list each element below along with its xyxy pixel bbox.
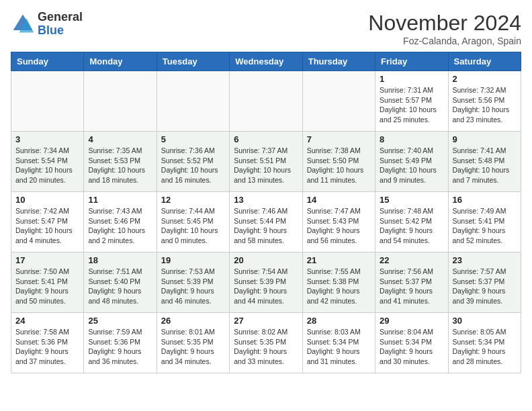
day-info: Sunrise: 7:56 AM Sunset: 5:37 PM Dayligh… <box>380 267 443 306</box>
calendar-cell: 17Sunrise: 7:50 AM Sunset: 5:41 PM Dayli… <box>11 253 84 313</box>
day-info: Sunrise: 7:40 AM Sunset: 5:49 PM Dayligh… <box>380 146 443 185</box>
day-info: Sunrise: 7:41 AM Sunset: 5:48 PM Dayligh… <box>453 146 517 185</box>
day-number: 6 <box>234 134 298 144</box>
day-number: 14 <box>307 195 371 205</box>
day-info: Sunrise: 8:02 AM Sunset: 5:35 PM Dayligh… <box>234 327 298 367</box>
calendar-cell: 16Sunrise: 7:49 AM Sunset: 5:41 PM Dayli… <box>448 192 521 253</box>
calendar-cell: 2Sunrise: 7:32 AM Sunset: 5:56 PM Daylig… <box>448 71 521 132</box>
calendar-cell: 18Sunrise: 7:51 AM Sunset: 5:40 PM Dayli… <box>84 253 157 313</box>
day-number: 29 <box>380 316 443 326</box>
day-number: 27 <box>234 316 298 326</box>
calendar-cell: 19Sunrise: 7:53 AM Sunset: 5:39 PM Dayli… <box>157 253 229 313</box>
day-info: Sunrise: 7:46 AM Sunset: 5:44 PM Dayligh… <box>234 206 298 246</box>
calendar-cell: 26Sunrise: 8:01 AM Sunset: 5:35 PM Dayli… <box>157 313 229 373</box>
day-info: Sunrise: 7:59 AM Sunset: 5:36 PM Dayligh… <box>88 327 152 367</box>
column-header-friday: Friday <box>375 52 448 71</box>
day-number: 23 <box>453 255 517 265</box>
day-number: 11 <box>88 195 152 205</box>
day-number: 5 <box>161 134 225 144</box>
day-number: 22 <box>380 255 443 265</box>
day-info: Sunrise: 7:42 AM Sunset: 5:47 PM Dayligh… <box>15 206 79 246</box>
day-info: Sunrise: 8:01 AM Sunset: 5:35 PM Dayligh… <box>161 327 225 367</box>
calendar-cell: 1Sunrise: 7:31 AM Sunset: 5:57 PM Daylig… <box>375 71 448 132</box>
column-header-wednesday: Wednesday <box>230 52 302 71</box>
calendar-cell: 25Sunrise: 7:59 AM Sunset: 5:36 PM Dayli… <box>84 313 157 373</box>
calendar-cell <box>302 71 375 132</box>
column-header-saturday: Saturday <box>448 52 521 71</box>
logo-icon <box>11 12 35 36</box>
day-number: 9 <box>453 134 517 144</box>
day-number: 18 <box>88 255 152 265</box>
calendar-cell: 28Sunrise: 8:03 AM Sunset: 5:34 PM Dayli… <box>302 313 375 373</box>
day-number: 25 <box>88 316 152 326</box>
calendar-cell <box>84 71 157 132</box>
day-info: Sunrise: 7:37 AM Sunset: 5:51 PM Dayligh… <box>234 146 298 185</box>
calendar-cell: 8Sunrise: 7:40 AM Sunset: 5:49 PM Daylig… <box>375 132 448 192</box>
day-info: Sunrise: 7:58 AM Sunset: 5:36 PM Dayligh… <box>15 327 79 367</box>
calendar-cell: 30Sunrise: 8:05 AM Sunset: 5:34 PM Dayli… <box>448 313 521 373</box>
logo-general-text: General <box>38 10 83 24</box>
day-number: 16 <box>453 195 517 205</box>
day-number: 17 <box>15 255 79 265</box>
calendar-cell: 27Sunrise: 8:02 AM Sunset: 5:35 PM Dayli… <box>230 313 302 373</box>
page-header: General Blue November 2024 Foz-Calanda, … <box>11 11 521 46</box>
calendar-cell <box>157 71 229 132</box>
calendar-cell: 7Sunrise: 7:38 AM Sunset: 5:50 PM Daylig… <box>302 132 375 192</box>
day-info: Sunrise: 7:38 AM Sunset: 5:50 PM Dayligh… <box>307 146 371 185</box>
calendar-header-row: SundayMondayTuesdayWednesdayThursdayFrid… <box>11 52 521 71</box>
day-info: Sunrise: 7:43 AM Sunset: 5:46 PM Dayligh… <box>88 206 152 246</box>
logo: General Blue <box>11 11 83 38</box>
day-info: Sunrise: 7:55 AM Sunset: 5:38 PM Dayligh… <box>307 267 371 306</box>
calendar-cell: 6Sunrise: 7:37 AM Sunset: 5:51 PM Daylig… <box>230 132 302 192</box>
day-number: 12 <box>161 195 225 205</box>
title-block: November 2024 Foz-Calanda, Aragon, Spain <box>368 11 521 46</box>
calendar-table: SundayMondayTuesdayWednesdayThursdayFrid… <box>11 52 521 373</box>
calendar-cell: 12Sunrise: 7:44 AM Sunset: 5:45 PM Dayli… <box>157 192 229 253</box>
calendar-cell: 13Sunrise: 7:46 AM Sunset: 5:44 PM Dayli… <box>230 192 302 253</box>
day-info: Sunrise: 7:48 AM Sunset: 5:42 PM Dayligh… <box>380 206 443 246</box>
day-number: 3 <box>15 134 79 144</box>
calendar-cell <box>230 71 302 132</box>
day-number: 19 <box>161 255 225 265</box>
day-info: Sunrise: 7:32 AM Sunset: 5:56 PM Dayligh… <box>453 85 517 125</box>
column-header-monday: Monday <box>84 52 157 71</box>
column-header-thursday: Thursday <box>302 52 375 71</box>
calendar-cell: 11Sunrise: 7:43 AM Sunset: 5:46 PM Dayli… <box>84 192 157 253</box>
day-number: 28 <box>307 316 371 326</box>
day-number: 20 <box>234 255 298 265</box>
day-info: Sunrise: 7:49 AM Sunset: 5:41 PM Dayligh… <box>453 206 517 246</box>
day-number: 15 <box>380 195 443 205</box>
day-number: 26 <box>161 316 225 326</box>
day-info: Sunrise: 7:53 AM Sunset: 5:39 PM Dayligh… <box>161 267 225 306</box>
logo-blue-text: Blue <box>38 24 64 37</box>
day-info: Sunrise: 8:03 AM Sunset: 5:34 PM Dayligh… <box>307 327 371 367</box>
day-info: Sunrise: 8:04 AM Sunset: 5:34 PM Dayligh… <box>380 327 443 367</box>
day-number: 24 <box>15 316 79 326</box>
day-info: Sunrise: 7:36 AM Sunset: 5:52 PM Dayligh… <box>161 146 225 185</box>
day-info: Sunrise: 7:35 AM Sunset: 5:53 PM Dayligh… <box>88 146 152 185</box>
day-info: Sunrise: 7:31 AM Sunset: 5:57 PM Dayligh… <box>380 85 443 125</box>
day-info: Sunrise: 7:51 AM Sunset: 5:40 PM Dayligh… <box>88 267 152 306</box>
day-number: 30 <box>453 316 517 326</box>
calendar-cell: 24Sunrise: 7:58 AM Sunset: 5:36 PM Dayli… <box>11 313 84 373</box>
calendar-cell: 5Sunrise: 7:36 AM Sunset: 5:52 PM Daylig… <box>157 132 229 192</box>
day-number: 1 <box>380 74 443 84</box>
location-text: Foz-Calanda, Aragon, Spain <box>368 36 521 46</box>
calendar-week-row: 1Sunrise: 7:31 AM Sunset: 5:57 PM Daylig… <box>11 71 521 132</box>
day-number: 8 <box>380 134 443 144</box>
calendar-cell: 9Sunrise: 7:41 AM Sunset: 5:48 PM Daylig… <box>448 132 521 192</box>
calendar-cell: 22Sunrise: 7:56 AM Sunset: 5:37 PM Dayli… <box>375 253 448 313</box>
calendar-cell: 20Sunrise: 7:54 AM Sunset: 5:39 PM Dayli… <box>230 253 302 313</box>
calendar-cell: 21Sunrise: 7:55 AM Sunset: 5:38 PM Dayli… <box>302 253 375 313</box>
day-info: Sunrise: 7:47 AM Sunset: 5:43 PM Dayligh… <box>307 206 371 246</box>
day-info: Sunrise: 7:44 AM Sunset: 5:45 PM Dayligh… <box>161 206 225 246</box>
calendar-cell <box>11 71 84 132</box>
calendar-week-row: 10Sunrise: 7:42 AM Sunset: 5:47 PM Dayli… <box>11 192 521 253</box>
calendar-cell: 10Sunrise: 7:42 AM Sunset: 5:47 PM Dayli… <box>11 192 84 253</box>
day-info: Sunrise: 7:54 AM Sunset: 5:39 PM Dayligh… <box>234 267 298 306</box>
day-number: 13 <box>234 195 298 205</box>
day-number: 21 <box>307 255 371 265</box>
calendar-cell: 29Sunrise: 8:04 AM Sunset: 5:34 PM Dayli… <box>375 313 448 373</box>
day-info: Sunrise: 7:57 AM Sunset: 5:37 PM Dayligh… <box>453 267 517 306</box>
calendar-cell: 15Sunrise: 7:48 AM Sunset: 5:42 PM Dayli… <box>375 192 448 253</box>
